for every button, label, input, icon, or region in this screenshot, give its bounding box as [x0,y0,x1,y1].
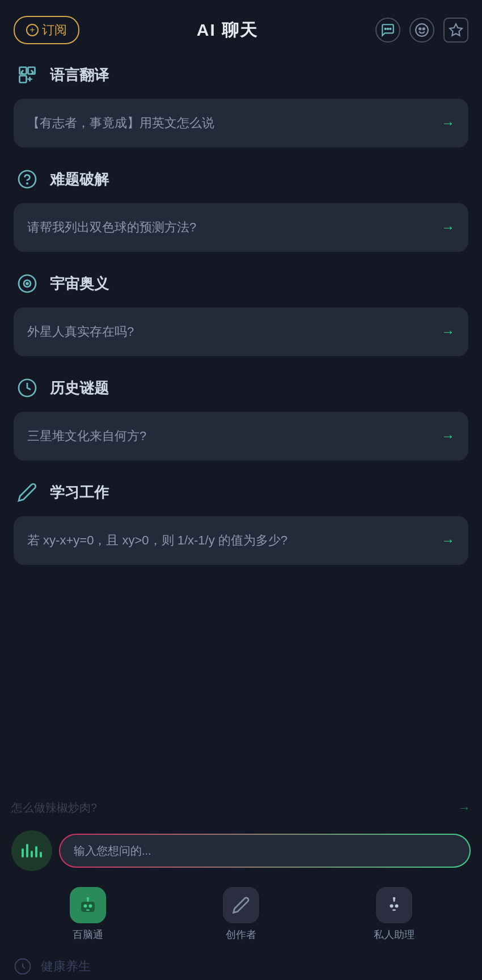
section-problem: 难题破解 请帮我列出双色球的预测方法? → [14,166,468,252]
mic-button[interactable] [11,830,52,871]
section-header-learning: 学习工作 [14,479,468,506]
svg-point-5 [423,28,425,29]
plus-icon: + [26,24,39,36]
tab-label-baitong: 百脑通 [73,928,103,941]
bottom-bar: 怎么做辣椒炒肉? → [0,800,482,980]
pencil-icon [14,479,41,506]
card-learning[interactable]: 若 xy-x+y=0，且 xy>0，则 1/x-1/y 的值为多少? → [14,516,468,565]
input-row [0,821,482,880]
chat-icon[interactable] [375,18,400,43]
svg-point-2 [390,28,391,29]
arrow-icon-problem: → [441,219,455,235]
tab-assistant[interactable]: 私人助理 [318,887,471,941]
face-icon[interactable] [409,18,434,43]
section-header-problem: 难题破解 [14,166,468,193]
tab-creator[interactable]: 创作者 [164,887,318,941]
svg-rect-25 [392,910,396,911]
tab-bar: 百脑通 创作者 私人助理 [0,880,482,953]
section-title-problem: 难题破解 [50,170,109,189]
shield-icon[interactable] [443,18,468,43]
subscribe-label: 订阅 [42,22,67,39]
header-icons [375,18,468,43]
card-text-history: 三星堆文化来自何方? [27,428,146,445]
svg-rect-19 [86,910,90,911]
translate-icon [14,61,41,88]
card-language[interactable]: 【有志者，事竟成】用英文怎么说 → [14,99,468,147]
section-title-learning: 学习工作 [50,483,109,502]
section-header-language: 语言翻译 [14,61,468,88]
svg-point-24 [395,905,399,908]
ghost-title: 健康养生 [41,958,91,975]
arrow-icon-history: → [441,428,455,444]
svg-point-18 [89,905,92,908]
svg-point-10 [19,171,36,188]
card-text-problem: 请帮我列出双色球的预测方法? [27,219,196,236]
card-universe[interactable]: 外星人真实存在吗? → [14,307,468,356]
header: + 订阅 AI 聊天 [0,0,482,56]
suggestion-arrow-icon: → [458,801,471,816]
arrow-icon-language: → [441,115,455,131]
section-language: 语言翻译 【有志者，事竟成】用英文怎么说 → [14,61,468,147]
svg-point-23 [390,905,394,908]
svg-rect-9 [20,76,27,83]
svg-point-17 [84,905,87,908]
question-icon [14,166,41,193]
arrow-icon-learning: → [441,533,455,548]
svg-marker-6 [450,24,462,36]
edit-icon [223,887,259,923]
card-text-learning: 若 xy-x+y=0，且 xy>0，则 1/x-1/y 的值为多少? [27,532,287,549]
main-content: 语言翻译 【有志者，事竟成】用英文怎么说 → 难题破解 请帮我列出双色球的预测方… [0,56,482,565]
ghost-health-section: 健康养生 [0,953,482,980]
card-text-language: 【有志者，事竟成】用英文怎么说 [27,115,214,132]
tab-baitong[interactable]: 百脑通 [11,887,164,941]
universe-icon [14,270,41,297]
svg-point-3 [416,24,428,36]
section-title-universe: 宇宙奥义 [50,274,109,294]
svg-point-11 [27,183,28,184]
tab-label-creator: 创作者 [226,928,256,941]
svg-point-1 [385,28,386,29]
robot-green-icon [70,887,106,923]
svg-point-0 [387,28,388,29]
svg-point-27 [393,897,396,900]
svg-point-21 [87,897,90,900]
suggestion-text: 怎么做辣椒炒肉? [11,800,97,816]
section-history: 历史谜题 三星堆文化来自何方? → [14,374,468,461]
mic-icon [22,844,42,858]
chat-input[interactable] [59,834,471,868]
svg-point-4 [419,28,421,29]
section-title-language: 语言翻译 [50,65,109,85]
arrow-icon-universe: → [441,324,455,340]
section-universe: 宇宙奥义 外星人真实存在吗? → [14,270,468,356]
section-header-universe: 宇宙奥义 [14,270,468,297]
page-title: AI 聊天 [197,19,258,42]
card-text-universe: 外星人真实存在吗? [27,323,134,340]
tab-label-assistant: 私人助理 [374,928,415,941]
card-problem[interactable]: 请帮我列出双色球的预测方法? → [14,203,468,252]
section-learning: 学习工作 若 xy-x+y=0，且 xy>0，则 1/x-1/y 的值为多少? … [14,479,468,565]
section-header-history: 历史谜题 [14,374,468,402]
suggestion-row: 怎么做辣椒炒肉? → [0,800,482,821]
clock-icon [14,374,41,402]
subscribe-button[interactable]: + 订阅 [14,16,79,44]
robot-white-icon [376,887,412,923]
section-title-history: 历史谜题 [50,378,109,398]
svg-point-14 [27,283,28,285]
card-history[interactable]: 三星堆文化来自何方? → [14,412,468,461]
